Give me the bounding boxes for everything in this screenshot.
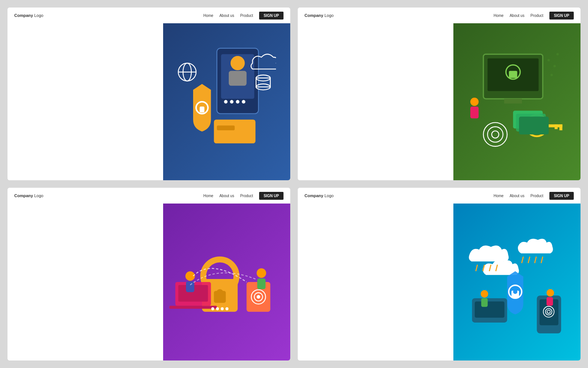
svg-rect-3	[229, 71, 247, 86]
logo-3: Company Logo	[14, 193, 44, 198]
get-started-btn-3[interactable]: GET STARTED	[16, 299, 45, 308]
signup-btn-3[interactable]: SIGN UP	[259, 192, 284, 200]
navbar-3: Company Logo Home About us Product SIGN …	[8, 188, 290, 204]
logo-2: Company Logo	[304, 13, 334, 18]
nav-links-1: Home About us Product SIGN UP	[203, 12, 284, 20]
svg-point-28	[483, 122, 507, 146]
card-desc-2: Lorem ipsum dolor sit amet, consectetuer…	[306, 100, 392, 114]
email-input-2[interactable]	[338, 119, 391, 128]
card-body-4: Best onlinesecurity Lorem ipsum dolor si…	[298, 204, 580, 360]
svg-point-57	[220, 307, 224, 310]
illus-svg-3	[158, 219, 276, 345]
svg-rect-10	[214, 120, 255, 143]
svg-point-9	[242, 100, 245, 104]
nav-product-2[interactable]: Product	[530, 14, 543, 18]
left-content-2: Privacy anddata protection Lorem ipsum d…	[298, 23, 453, 180]
svg-point-30	[492, 131, 499, 138]
left-content-3: Internetsecurity Lorem ipsum dolor sit a…	[8, 204, 163, 360]
card-body-1: Personal dataprotection Lorem ipsum dolo…	[8, 23, 290, 180]
illus-svg-4	[448, 219, 567, 345]
nav-about-3[interactable]: About us	[219, 194, 234, 198]
svg-point-52	[256, 295, 260, 299]
svg-rect-27	[555, 124, 558, 129]
card-desc-3: Lorem ipsum dolor sit amet, consectetuer…	[16, 280, 102, 294]
card-title-4: Best onlinesecurity	[306, 256, 445, 276]
nav-about-2[interactable]: About us	[510, 14, 524, 18]
svg-rect-46	[169, 306, 217, 309]
get-started-btn-4[interactable]: GET STARTED	[306, 299, 335, 308]
logo-4: Company Logo	[304, 193, 334, 198]
signup-btn-4[interactable]: SIGN UP	[549, 192, 574, 200]
svg-point-29	[488, 127, 503, 142]
card-desc-1: Lorem ipsum dolor sit amet, consectetuer…	[16, 100, 102, 114]
cta-row-3: GET STARTED	[16, 299, 155, 308]
nav-home-1[interactable]: Home	[203, 14, 213, 18]
svg-point-58	[225, 307, 228, 310]
navbar-2: Company Logo Home About us Product SIGN …	[298, 8, 580, 23]
svg-point-7	[230, 100, 234, 104]
svg-rect-69	[546, 297, 553, 306]
card-internet-security: Company Logo Home About us Product SIGN …	[8, 188, 290, 360]
card-body-2: Privacy anddata protection Lorem ipsum d…	[298, 23, 580, 180]
card-title-2: Privacy anddata protection	[306, 76, 445, 96]
card-privacy: Company Logo Home About us Product SIGN …	[298, 8, 580, 180]
svg-point-33	[548, 59, 550, 61]
nav-home-4[interactable]: Home	[494, 194, 504, 198]
nav-home-2[interactable]: Home	[494, 14, 504, 18]
illustration-1	[158, 39, 276, 164]
card-title-1: Personal dataprotection	[16, 76, 155, 96]
svg-point-6	[224, 100, 228, 104]
svg-point-61	[513, 290, 518, 294]
card-personal-data: Company Logo Home About us Product SIGN …	[8, 8, 290, 180]
svg-point-36	[556, 53, 558, 55]
get-started-btn-1[interactable]: GET STARTED	[16, 119, 45, 128]
svg-point-64	[480, 290, 488, 298]
nav-links-3: Home About us Product SIGN UP	[203, 192, 284, 200]
svg-point-2	[230, 56, 244, 70]
email-input-1[interactable]	[48, 119, 100, 128]
svg-rect-20	[504, 99, 522, 104]
svg-point-35	[550, 74, 553, 76]
nav-product-1[interactable]: Product	[240, 14, 253, 18]
card-desc-4: Lorem ipsum dolor sit amet, consectetuer…	[306, 280, 392, 294]
illustration-4	[448, 219, 567, 345]
signup-btn-2[interactable]: SIGN UP	[549, 12, 574, 20]
nav-product-4[interactable]: Product	[530, 194, 543, 198]
email-input-4[interactable]	[338, 299, 391, 308]
card-body-3: Internetsecurity Lorem ipsum dolor sit a…	[8, 204, 290, 360]
nav-home-3[interactable]: Home	[203, 194, 213, 198]
illus-svg-1	[158, 39, 276, 164]
illustration-3	[158, 219, 276, 345]
svg-rect-63	[475, 302, 504, 318]
cta-row-4: GET STARTED	[306, 299, 445, 308]
svg-point-56	[216, 307, 219, 310]
card-title-3: Internetsecurity	[16, 256, 155, 276]
svg-rect-48	[186, 281, 194, 292]
left-content-1: Personal dataprotection Lorem ipsum dolo…	[8, 23, 163, 180]
logo-1: Company Logo	[14, 13, 44, 18]
svg-point-43	[216, 289, 223, 296]
svg-point-31	[470, 98, 478, 106]
svg-rect-26	[559, 124, 562, 130]
svg-point-53	[256, 268, 266, 278]
cta-row-1: GET STARTED	[16, 119, 155, 128]
svg-rect-22	[509, 71, 517, 78]
signup-btn-1[interactable]: SIGN UP	[259, 12, 284, 20]
illustration-2	[448, 39, 567, 164]
svg-rect-39	[519, 117, 549, 135]
svg-rect-5	[200, 107, 204, 113]
get-started-btn-2[interactable]: GET STARTED	[306, 119, 335, 128]
navbar-4: Company Logo Home About us Product SIGN …	[298, 188, 580, 204]
left-content-4: Best onlinesecurity Lorem ipsum dolor si…	[298, 204, 453, 360]
nav-about-4[interactable]: About us	[510, 194, 524, 198]
email-input-3[interactable]	[48, 299, 100, 308]
nav-about-1[interactable]: About us	[219, 14, 234, 18]
nav-links-4: Home About us Product SIGN UP	[494, 192, 574, 200]
svg-point-68	[546, 289, 554, 297]
navbar-1: Company Logo Home About us Product SIGN …	[8, 8, 290, 23]
nav-product-3[interactable]: Product	[240, 194, 253, 198]
svg-point-55	[211, 307, 214, 310]
svg-rect-11	[217, 125, 235, 130]
svg-point-8	[236, 100, 240, 104]
svg-rect-54	[257, 278, 266, 289]
